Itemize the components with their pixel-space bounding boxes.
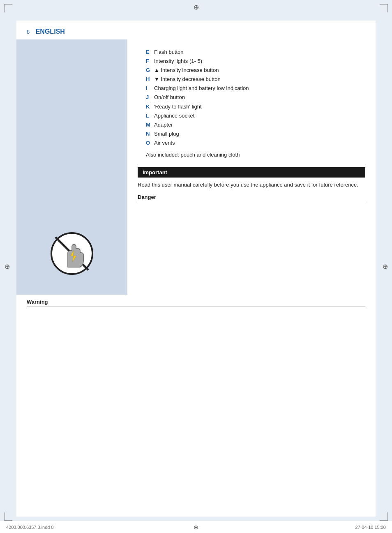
item-text: Intensity lights (1- 5) [154, 57, 202, 66]
item-text: Flash button [154, 48, 184, 57]
list-item: NSmall plug [146, 129, 357, 138]
item-letter: K [146, 102, 152, 111]
top-band: EFlash buttonFIntensity lights (1- 5)G▲ … [16, 39, 376, 212]
footer-left: 4203.000.6357.3.indd 8 [6, 525, 54, 530]
page-title: ENGLISH [36, 28, 65, 35]
also-included: Also included: pouch and cleaning cloth [138, 152, 365, 164]
item-text: ▲ Intensity increase button [154, 66, 219, 75]
danger-icon-area [16, 212, 127, 295]
item-letter: L [146, 111, 152, 120]
corner-mark-tl [4, 4, 12, 12]
item-letter: E [146, 48, 152, 57]
top-right-panel: EFlash buttonFIntensity lights (1- 5)G▲ … [127, 39, 376, 212]
danger-bullets-area [127, 212, 376, 295]
page: ⊕ ⊕ ⊕ 8 ENGLISH EFlash buttonFIntensity … [0, 0, 392, 533]
item-letter: O [146, 138, 152, 148]
item-letter: J [146, 93, 152, 102]
corner-mark-br [380, 512, 388, 521]
warning-heading: Warning [27, 299, 365, 307]
item-text: Appliance socket [154, 111, 194, 120]
item-letter: F [146, 57, 152, 66]
list-item: ICharging light and battery low indicati… [146, 84, 357, 93]
page-footer: 4203.000.6357.3.indd 8 ⊕ 27-04-10 15:00 [0, 521, 392, 533]
item-text: Charging light and battery low indicatio… [154, 84, 249, 93]
item-text: Adapter [154, 120, 173, 129]
item-text: 'Ready to flash' light [154, 102, 202, 111]
item-letter: N [146, 129, 152, 138]
list-item: FIntensity lights (1- 5) [146, 57, 357, 66]
page-number: 8 [27, 29, 30, 35]
main-content: 8 ENGLISH EFlash buttonFIntensity lights… [16, 21, 376, 517]
item-letter: H [146, 75, 152, 84]
footer-right: 27-04-10 15:00 [355, 525, 386, 530]
list-item: H▼ Intensity decrease button [146, 75, 357, 84]
middle-band [16, 212, 376, 295]
list-item: K'Ready to flash' light [146, 102, 357, 111]
item-letter: I [146, 84, 152, 93]
list-item: LAppliance socket [146, 111, 357, 120]
list-item: MAdapter [146, 120, 357, 129]
important-header: Important [138, 167, 365, 178]
no-wet-icon [49, 231, 95, 276]
item-text: On/off button [154, 93, 185, 102]
reg-mark-left: ⊕ [3, 263, 11, 270]
list-item: JOn/off button [146, 93, 357, 102]
corner-mark-bl [4, 512, 12, 521]
list-item: EFlash button [146, 48, 357, 57]
important-text: Read this user manual carefully before y… [138, 181, 365, 189]
reg-mark-top: ⊕ [192, 3, 200, 11]
reg-mark-right: ⊕ [381, 263, 389, 270]
item-text: Air vents [154, 138, 175, 148]
list-item: G▲ Intensity increase button [146, 66, 357, 75]
item-letter: M [146, 120, 152, 129]
top-left-panel [16, 39, 127, 212]
corner-mark-tr [380, 4, 388, 12]
footer-reg-mark: ⊕ [194, 524, 198, 531]
list-item: OAir vents [146, 138, 357, 148]
item-text: ▼ Intensity decrease button [154, 75, 221, 84]
warning-band: Warning [16, 295, 376, 315]
page-header: 8 ENGLISH [16, 21, 376, 39]
danger-heading: Danger [138, 194, 365, 202]
item-text: Small plug [154, 129, 179, 138]
item-letter: G [146, 66, 152, 75]
item-list: EFlash buttonFIntensity lights (1- 5)G▲ … [138, 42, 365, 152]
